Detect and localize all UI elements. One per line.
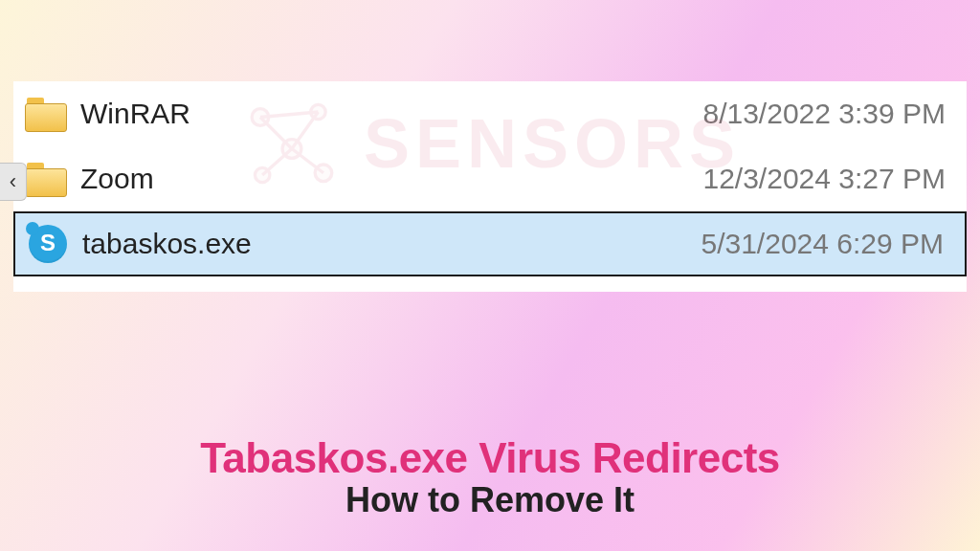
file-date: 5/31/2024 6:29 PM <box>701 228 944 260</box>
caption-block: Tabaskos.exe Virus Redirects How to Remo… <box>0 434 980 520</box>
row-left: Zoom <box>25 161 154 197</box>
back-nav-button[interactable]: ‹ <box>0 163 27 201</box>
file-row-tabaskos[interactable]: S tabaskos.exe 5/31/2024 6:29 PM <box>13 211 967 276</box>
file-row-zoom[interactable]: Zoom 12/3/2024 3:27 PM <box>13 146 967 211</box>
caption-subtitle: How to Remove It <box>0 480 980 520</box>
file-name: Zoom <box>80 163 154 195</box>
chevron-left-icon: ‹ <box>10 169 16 194</box>
file-date: 12/3/2024 3:27 PM <box>702 163 946 195</box>
skype-icon: S <box>27 223 69 265</box>
file-name: tabaskos.exe <box>82 228 252 260</box>
file-row-winrar[interactable]: WinRAR 8/13/2022 3:39 PM <box>13 81 967 146</box>
file-name: WinRAR <box>80 98 190 130</box>
folder-icon <box>25 161 67 197</box>
row-left: WinRAR <box>25 96 190 132</box>
file-date: 8/13/2022 3:39 PM <box>702 98 946 130</box>
row-left: S tabaskos.exe <box>27 223 252 265</box>
folder-icon <box>25 96 67 132</box>
file-list-panel: WinRAR 8/13/2022 3:39 PM Zoom 12/3/2024 … <box>13 81 967 292</box>
caption-title: Tabaskos.exe Virus Redirects <box>0 434 980 482</box>
